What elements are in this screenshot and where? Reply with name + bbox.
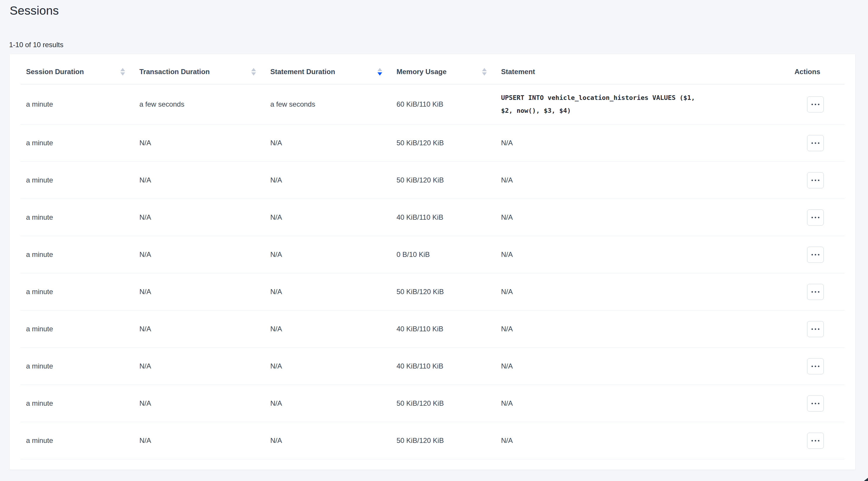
column-header-statement-duration[interactable]: Statement Duration: [265, 59, 391, 84]
memory-usage-cell: 40 KiB/110 KiB: [391, 213, 496, 221]
transaction-duration-cell: N/A: [134, 288, 265, 296]
memory-usage-cell: 50 KiB/120 KiB: [391, 399, 496, 408]
actions-cell: [789, 395, 844, 412]
row-actions-button[interactable]: [807, 135, 824, 151]
sort-up-arrow-icon: [377, 68, 382, 71]
statement-duration-cell: N/A: [265, 362, 391, 370]
sort-icon: [251, 68, 256, 76]
statement-duration-cell: N/A: [265, 399, 391, 408]
memory-usage-cell: 50 KiB/120 KiB: [391, 176, 496, 184]
table-row: a minute N/A N/A 40 KiB/110 KiB N/A: [21, 310, 844, 348]
ellipsis-icon: [811, 254, 813, 255]
transaction-duration-cell: a few seconds: [134, 100, 265, 109]
session-duration-cell: a minute: [21, 139, 134, 147]
memory-usage-cell: 50 KiB/120 KiB: [391, 288, 496, 296]
column-header-session-duration[interactable]: Session Duration: [21, 59, 134, 84]
transaction-duration-cell: N/A: [134, 362, 265, 370]
actions-cell: [789, 209, 844, 226]
table-row: a minute N/A N/A 50 KiB/120 KiB N/A: [21, 385, 844, 422]
statement-cell: N/A: [496, 250, 789, 259]
transaction-duration-cell: N/A: [134, 437, 265, 445]
actions-cell: [789, 135, 844, 151]
column-label: Session Duration: [26, 68, 84, 76]
statement-duration-cell: N/A: [265, 213, 391, 221]
sessions-table: Session Duration Transaction Duration St…: [21, 54, 844, 459]
column-header-actions: Actions: [789, 59, 844, 84]
ellipsis-icon: [811, 291, 813, 293]
column-header-transaction-duration[interactable]: Transaction Duration: [134, 59, 265, 84]
table-row: a minute a few seconds a few seconds 60 …: [21, 84, 844, 124]
table-header-row: Session Duration Transaction Duration St…: [21, 54, 844, 84]
sort-down-arrow-icon: [251, 72, 256, 76]
session-duration-cell: a minute: [21, 100, 134, 109]
statement-cell: UPSERT INTO vehicle_location_histories V…: [496, 91, 789, 117]
table-row: a minute N/A N/A 50 KiB/120 KiB N/A: [21, 422, 844, 459]
actions-cell: [789, 247, 844, 263]
ellipsis-icon: [811, 440, 813, 442]
row-actions-button[interactable]: [807, 172, 824, 188]
statement-line: UPSERT INTO vehicle_location_histories V…: [501, 91, 789, 104]
table-row: a minute N/A N/A 50 KiB/120 KiB N/A: [21, 162, 844, 199]
memory-usage-cell: 60 KiB/110 KiB: [391, 100, 496, 109]
ellipsis-icon: [811, 142, 813, 144]
sessions-table-card: Session Duration Transaction Duration St…: [10, 54, 855, 470]
session-duration-cell: a minute: [21, 399, 134, 408]
sort-icon: [120, 68, 125, 76]
ellipsis-icon: [811, 403, 813, 404]
ellipsis-icon: [811, 328, 813, 330]
row-actions-button[interactable]: [807, 395, 824, 412]
statement-cell: N/A: [496, 139, 789, 147]
transaction-duration-cell: N/A: [134, 325, 265, 333]
statement-duration-cell: N/A: [265, 250, 391, 259]
column-label: Memory Usage: [397, 68, 446, 76]
resize-grip-icon: [864, 478, 868, 481]
ellipsis-icon: [811, 104, 813, 105]
statement-cell: N/A: [496, 176, 789, 184]
memory-usage-cell: 50 KiB/120 KiB: [391, 437, 496, 445]
statement-duration-cell: N/A: [265, 139, 391, 147]
session-duration-cell: a minute: [21, 250, 134, 259]
column-label: Transaction Duration: [140, 68, 210, 76]
actions-cell: [789, 358, 844, 374]
session-duration-cell: a minute: [21, 288, 134, 296]
transaction-duration-cell: N/A: [134, 213, 265, 221]
row-actions-button[interactable]: [807, 209, 824, 226]
sort-icon: [482, 68, 487, 76]
statement-cell: N/A: [496, 325, 789, 333]
statement-cell: N/A: [496, 437, 789, 445]
table-row: a minute N/A N/A 50 KiB/120 KiB N/A: [21, 273, 844, 310]
statement-duration-cell: N/A: [265, 437, 391, 445]
statement-duration-cell: a few seconds: [265, 100, 391, 109]
row-actions-button[interactable]: [807, 358, 824, 374]
table-row: a minute N/A N/A 0 B/10 KiB N/A: [21, 236, 844, 273]
memory-usage-cell: 40 KiB/110 KiB: [391, 325, 496, 333]
column-header-statement: Statement: [496, 59, 789, 84]
session-duration-cell: a minute: [21, 213, 134, 221]
row-actions-button[interactable]: [807, 321, 824, 337]
actions-cell: [789, 321, 844, 337]
sort-up-arrow-icon: [482, 68, 487, 71]
transaction-duration-cell: N/A: [134, 139, 265, 147]
memory-usage-cell: 40 KiB/110 KiB: [391, 362, 496, 370]
memory-usage-cell: 50 KiB/120 KiB: [391, 139, 496, 147]
session-duration-cell: a minute: [21, 176, 134, 184]
transaction-duration-cell: N/A: [134, 399, 265, 408]
transaction-duration-cell: N/A: [134, 250, 265, 259]
transaction-duration-cell: N/A: [134, 176, 265, 184]
table-row: a minute N/A N/A 40 KiB/110 KiB N/A: [21, 348, 844, 385]
row-actions-button[interactable]: [807, 96, 824, 113]
page-title: Sessions: [10, 4, 59, 18]
statement-duration-cell: N/A: [265, 325, 391, 333]
row-actions-button[interactable]: [807, 284, 824, 300]
memory-usage-cell: 0 B/10 KiB: [391, 250, 496, 259]
session-duration-cell: a minute: [21, 362, 134, 370]
session-duration-cell: a minute: [21, 437, 134, 445]
statement-cell: N/A: [496, 213, 789, 221]
ellipsis-icon: [811, 217, 813, 218]
row-actions-button[interactable]: [807, 433, 824, 449]
table-row: a minute N/A N/A 40 KiB/110 KiB N/A: [21, 199, 844, 236]
row-actions-button[interactable]: [807, 247, 824, 263]
column-label: Actions: [795, 68, 820, 76]
column-header-memory-usage[interactable]: Memory Usage: [391, 59, 496, 84]
results-count: 1-10 of 10 results: [9, 41, 63, 49]
